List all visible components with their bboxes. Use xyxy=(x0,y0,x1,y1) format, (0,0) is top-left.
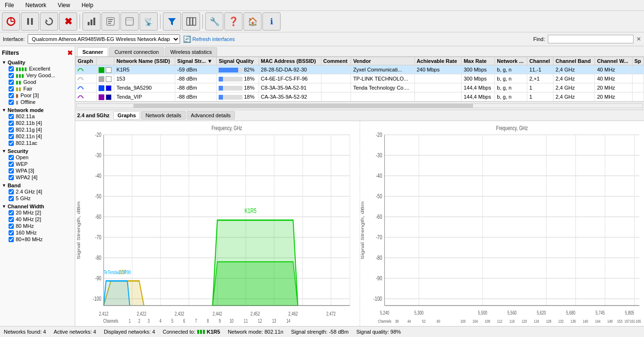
home-button[interactable]: 🏠 xyxy=(243,12,262,31)
col-ssid[interactable]: Network Name (SSID) xyxy=(114,57,175,65)
svg-rect-17 xyxy=(190,18,192,25)
chart-2-4ghz: -20 -30 -40 -50 -60 -70 -80 -90 -100 2,4… xyxy=(75,121,360,326)
col-channel-band[interactable]: Channel Band xyxy=(553,57,595,65)
menu-view[interactable]: View xyxy=(55,1,73,10)
filter-edit-button[interactable] xyxy=(101,12,120,31)
band-group-label[interactable]: ▼ Band xyxy=(2,183,73,188)
filter-button[interactable] xyxy=(163,12,181,31)
filter-group-channel-width: ▼ Channel Width 20 MHz [2] 40 MHz [2] 80… xyxy=(2,204,73,243)
filter-offline-checkbox[interactable] xyxy=(9,100,14,105)
col-network-mode[interactable]: Network ... xyxy=(495,57,527,65)
filter-80mhz-checkbox[interactable] xyxy=(9,224,14,229)
filter-80211ac-checkbox[interactable] xyxy=(9,141,14,146)
menu-help[interactable]: Help xyxy=(79,1,96,10)
stats-button[interactable] xyxy=(82,12,101,31)
table-scrollbar[interactable] xyxy=(75,102,644,110)
filter-80211g-checkbox[interactable] xyxy=(9,127,14,133)
filter-20mhz-checkbox[interactable] xyxy=(9,210,14,215)
filter-160mhz-checkbox[interactable] xyxy=(9,230,14,235)
tab-network-details[interactable]: Network details xyxy=(141,111,185,120)
channel-width-arrow: ▼ xyxy=(2,204,6,209)
status-networks-found: Networks found: 4 xyxy=(4,329,46,335)
filter-open-checkbox[interactable] xyxy=(9,155,14,160)
gps-button[interactable]: 📡 xyxy=(140,12,158,31)
col-achievable-rate[interactable]: Achievable Rate xyxy=(414,57,462,65)
table-row[interactable]: K1R5-59 dBm 82%28-28-5D-DA-92-30Zyxel Co… xyxy=(76,65,644,74)
info-button[interactable]: ℹ xyxy=(262,12,281,31)
scan-button[interactable] xyxy=(2,12,20,31)
help-button[interactable]: ❓ xyxy=(224,12,242,31)
filter-group-security: ▼ Security Open WEP WPA [3] WPA2 [4] xyxy=(2,148,73,181)
col-vendor[interactable]: Vendor xyxy=(351,57,414,65)
col-signal-str[interactable]: Signal Str... ▼ xyxy=(175,57,217,65)
cell-comment xyxy=(321,65,351,74)
col-sp[interactable]: Sp xyxy=(632,57,644,65)
filter-wep-checkbox[interactable] xyxy=(9,162,14,167)
filter-80-80mhz-checkbox[interactable] xyxy=(9,237,14,242)
svg-text:140: 140 xyxy=(583,319,588,324)
svg-rect-18 xyxy=(193,18,196,25)
find-input[interactable] xyxy=(548,35,634,43)
network-mode-group-label[interactable]: ▼ Network mode xyxy=(2,107,73,113)
filter-wpa-checkbox[interactable] xyxy=(9,168,14,174)
filter-40mhz-checkbox[interactable] xyxy=(9,217,14,222)
cell-max-rate: 144,4 Mbps xyxy=(462,83,495,92)
table-row[interactable]: 153-88 dBm 18%C4-6E-1F-C5-FF-96TP-LINK T… xyxy=(76,74,644,83)
menu-network[interactable]: Network xyxy=(22,1,49,10)
col-comment[interactable]: Comment xyxy=(321,57,351,65)
cell-channel-width: 20 MHz xyxy=(595,83,632,92)
col-graph[interactable]: Graph xyxy=(76,57,97,65)
security-group-label[interactable]: ▼ Security xyxy=(2,148,73,154)
col-color[interactable] xyxy=(96,57,114,65)
wrench-button[interactable]: 🔧 xyxy=(205,12,223,31)
filter-excellent-checkbox[interactable] xyxy=(9,66,14,71)
columns-button[interactable] xyxy=(182,12,200,31)
filter-2-4ghz-checkbox[interactable] xyxy=(9,189,14,194)
col-channel-width[interactable]: Channel W... xyxy=(595,57,632,65)
find-clear-button[interactable]: ✕ xyxy=(636,36,641,42)
export-button[interactable] xyxy=(121,12,139,31)
svg-text:4: 4 xyxy=(160,318,161,324)
find-label: Find: xyxy=(533,36,545,42)
table-row[interactable]: Tenda_9A5290-88 dBm 18%C8-3A-35-9A-52-91… xyxy=(76,83,644,92)
table-row[interactable]: Tenda_VIP-88 dBm 18%CA-3A-35-9A-52-92144… xyxy=(76,92,644,102)
col-channel[interactable]: Channel xyxy=(527,57,553,65)
filter-80mhz: 80 MHz xyxy=(2,223,73,229)
tab-current-connection[interactable]: Current connection xyxy=(109,47,164,56)
filter-good-checkbox[interactable] xyxy=(9,80,14,85)
filter-80211a-checkbox[interactable] xyxy=(9,114,14,119)
tab-scanner[interactable]: Scanner xyxy=(77,47,108,56)
filter-wpa2-checkbox[interactable] xyxy=(9,175,14,180)
filter-5ghz-checkbox[interactable] xyxy=(9,196,14,201)
channel-width-group-label[interactable]: ▼ Channel Width xyxy=(2,204,73,209)
menu-file[interactable]: File xyxy=(2,1,17,10)
cell-achievable-rate xyxy=(414,83,462,92)
tab-graphs[interactable]: Graphs xyxy=(113,111,141,120)
cell-signal-str: -88 dBm xyxy=(175,92,217,102)
refresh-interfaces-button[interactable]: 🔄 Refresh interfaces xyxy=(183,35,235,43)
filter-80211n-checkbox[interactable] xyxy=(9,134,14,139)
cell-bssid: 28-28-5D-DA-92-30 xyxy=(259,65,321,74)
tab-advanced-details[interactable]: Advanced details xyxy=(187,111,235,120)
filter-very-good-checkbox[interactable] xyxy=(9,73,14,78)
filter-poor-checkbox[interactable] xyxy=(9,93,14,98)
refresh-button[interactable] xyxy=(40,12,58,31)
filter-80211b-checkbox[interactable] xyxy=(9,121,14,126)
svg-text:-50: -50 xyxy=(375,193,382,199)
filters-close-button[interactable]: ✖ xyxy=(67,49,73,57)
pause-button[interactable] xyxy=(21,12,39,31)
filter-80211a: 802.11a xyxy=(2,113,73,120)
stop-button[interactable]: ✖ xyxy=(59,12,77,31)
band-arrow: ▼ xyxy=(2,183,6,188)
col-bssid[interactable]: MAC Address (BSSID) xyxy=(259,57,321,65)
col-signal-quality[interactable]: Signal Quality xyxy=(217,57,259,65)
quality-group-label[interactable]: ▼ Quality xyxy=(2,60,73,65)
svg-text:Frequency, GHz: Frequency, GHz xyxy=(496,124,528,131)
tab-wireless-statistics[interactable]: Wireless statistics xyxy=(165,47,217,56)
svg-text:6: 6 xyxy=(183,318,185,324)
col-max-rate[interactable]: Max Rate xyxy=(462,57,495,65)
filter-fair-checkbox[interactable] xyxy=(9,86,14,92)
status-active-networks: Active networks: 4 xyxy=(54,329,96,335)
interface-select[interactable]: Qualcomm Atheros AR9485WB-EG Wireless Ne… xyxy=(28,34,180,44)
cell-channel: 11,-1 xyxy=(527,65,553,74)
